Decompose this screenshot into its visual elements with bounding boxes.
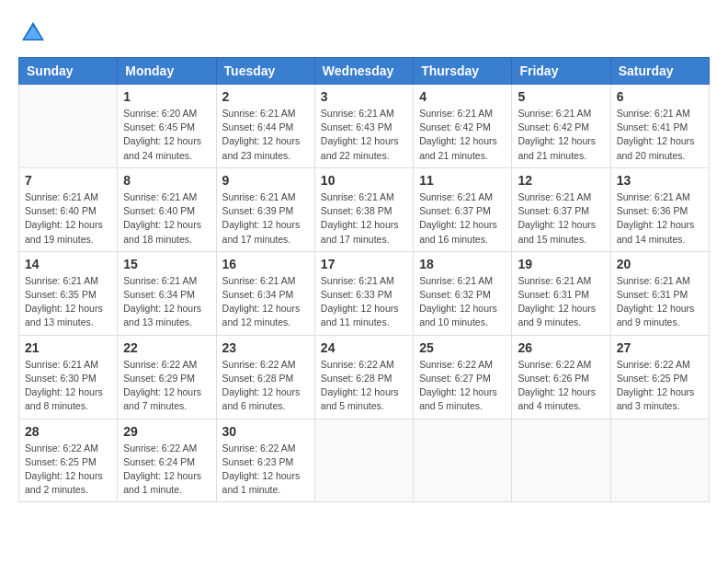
calendar-day-cell: 27Sunrise: 6:22 AM Sunset: 6:25 PM Dayli… [610, 335, 709, 419]
day-info: Sunrise: 6:21 AM Sunset: 6:37 PM Dayligh… [419, 190, 506, 247]
page-header [18, 18, 710, 48]
logo-icon [18, 18, 48, 48]
calendar-day-cell: 6Sunrise: 6:21 AM Sunset: 6:41 PM Daylig… [610, 85, 709, 168]
calendar-table: SundayMondayTuesdayWednesdayThursdayFrid… [18, 57, 710, 502]
day-number: 18 [419, 257, 506, 271]
day-info: Sunrise: 6:21 AM Sunset: 6:36 PM Dayligh… [617, 190, 703, 247]
calendar-col-header: Monday [118, 58, 216, 85]
day-number: 17 [321, 257, 407, 271]
day-info: Sunrise: 6:21 AM Sunset: 6:43 PM Dayligh… [321, 107, 407, 163]
day-info: Sunrise: 6:21 AM Sunset: 6:44 PM Dayligh… [222, 107, 309, 163]
day-number: 6 [617, 89, 703, 104]
day-number: 26 [518, 340, 604, 355]
day-info: Sunrise: 6:21 AM Sunset: 6:30 PM Dayligh… [25, 358, 111, 414]
calendar-week-row: 1Sunrise: 6:20 AM Sunset: 6:45 PM Daylig… [19, 85, 710, 168]
day-info: Sunrise: 6:22 AM Sunset: 6:25 PM Dayligh… [617, 358, 703, 414]
day-info: Sunrise: 6:21 AM Sunset: 6:42 PM Dayligh… [518, 107, 604, 163]
calendar-week-row: 21Sunrise: 6:21 AM Sunset: 6:30 PM Dayli… [19, 335, 710, 419]
day-number: 4 [419, 89, 506, 104]
day-number: 21 [25, 340, 111, 355]
calendar-day-cell [414, 419, 512, 502]
day-number: 9 [222, 173, 309, 188]
day-number: 1 [123, 89, 210, 104]
calendar-day-cell [314, 419, 413, 502]
day-info: Sunrise: 6:21 AM Sunset: 6:31 PM Dayligh… [518, 274, 604, 330]
day-number: 25 [419, 340, 506, 355]
day-info: Sunrise: 6:21 AM Sunset: 6:40 PM Dayligh… [25, 190, 111, 247]
calendar-col-header: Tuesday [216, 58, 314, 85]
day-number: 27 [617, 340, 703, 355]
day-number: 3 [321, 89, 407, 104]
calendar-day-cell: 17Sunrise: 6:21 AM Sunset: 6:33 PM Dayli… [314, 251, 413, 335]
day-number: 24 [321, 340, 407, 355]
calendar-day-cell: 15Sunrise: 6:21 AM Sunset: 6:34 PM Dayli… [118, 251, 216, 335]
day-info: Sunrise: 6:21 AM Sunset: 6:35 PM Dayligh… [25, 274, 111, 330]
calendar-day-cell: 8Sunrise: 6:21 AM Sunset: 6:40 PM Daylig… [118, 167, 216, 251]
calendar-day-cell: 5Sunrise: 6:21 AM Sunset: 6:42 PM Daylig… [512, 85, 610, 168]
calendar-day-cell: 1Sunrise: 6:20 AM Sunset: 6:45 PM Daylig… [118, 85, 216, 168]
day-info: Sunrise: 6:21 AM Sunset: 6:32 PM Dayligh… [419, 274, 506, 330]
day-info: Sunrise: 6:21 AM Sunset: 6:42 PM Dayligh… [419, 107, 506, 163]
day-info: Sunrise: 6:21 AM Sunset: 6:39 PM Dayligh… [222, 190, 309, 247]
calendar-day-cell: 10Sunrise: 6:21 AM Sunset: 6:38 PM Dayli… [314, 167, 413, 251]
calendar-week-row: 14Sunrise: 6:21 AM Sunset: 6:35 PM Dayli… [19, 251, 710, 335]
day-info: Sunrise: 6:21 AM Sunset: 6:34 PM Dayligh… [123, 274, 210, 330]
calendar-day-cell: 12Sunrise: 6:21 AM Sunset: 6:37 PM Dayli… [512, 167, 610, 251]
calendar-day-cell [19, 85, 118, 168]
day-number: 19 [518, 257, 604, 271]
day-info: Sunrise: 6:20 AM Sunset: 6:45 PM Dayligh… [123, 107, 210, 163]
calendar-day-cell: 24Sunrise: 6:22 AM Sunset: 6:28 PM Dayli… [314, 335, 413, 419]
calendar-day-cell: 16Sunrise: 6:21 AM Sunset: 6:34 PM Dayli… [216, 251, 314, 335]
day-number: 28 [25, 424, 111, 439]
day-number: 16 [222, 257, 309, 271]
day-info: Sunrise: 6:22 AM Sunset: 6:24 PM Dayligh… [123, 442, 210, 498]
calendar-col-header: Wednesday [314, 58, 413, 85]
calendar-day-cell: 20Sunrise: 6:21 AM Sunset: 6:31 PM Dayli… [610, 251, 709, 335]
calendar-day-cell: 30Sunrise: 6:22 AM Sunset: 6:23 PM Dayli… [216, 419, 314, 502]
day-number: 11 [419, 173, 506, 188]
day-info: Sunrise: 6:22 AM Sunset: 6:27 PM Dayligh… [419, 358, 506, 414]
day-info: Sunrise: 6:22 AM Sunset: 6:29 PM Dayligh… [123, 358, 210, 414]
calendar-day-cell: 11Sunrise: 6:21 AM Sunset: 6:37 PM Dayli… [414, 167, 512, 251]
calendar-week-row: 28Sunrise: 6:22 AM Sunset: 6:25 PM Dayli… [19, 419, 710, 502]
day-number: 15 [123, 257, 210, 271]
calendar-col-header: Friday [512, 58, 610, 85]
calendar-col-header: Sunday [19, 58, 118, 85]
calendar-day-cell [610, 419, 709, 502]
day-info: Sunrise: 6:21 AM Sunset: 6:31 PM Dayligh… [617, 274, 703, 330]
calendar-col-header: Saturday [610, 58, 709, 85]
day-info: Sunrise: 6:22 AM Sunset: 6:28 PM Dayligh… [321, 358, 407, 414]
day-info: Sunrise: 6:21 AM Sunset: 6:40 PM Dayligh… [123, 190, 210, 247]
calendar-day-cell: 22Sunrise: 6:22 AM Sunset: 6:29 PM Dayli… [118, 335, 216, 419]
calendar-header-row: SundayMondayTuesdayWednesdayThursdayFrid… [19, 58, 710, 85]
calendar-day-cell: 4Sunrise: 6:21 AM Sunset: 6:42 PM Daylig… [414, 85, 512, 168]
day-number: 30 [222, 424, 309, 439]
calendar-day-cell: 25Sunrise: 6:22 AM Sunset: 6:27 PM Dayli… [414, 335, 512, 419]
day-number: 7 [25, 173, 111, 188]
calendar-day-cell [512, 419, 610, 502]
logo [18, 18, 51, 48]
day-info: Sunrise: 6:21 AM Sunset: 6:33 PM Dayligh… [321, 274, 407, 330]
day-number: 22 [123, 340, 210, 355]
day-info: Sunrise: 6:21 AM Sunset: 6:41 PM Dayligh… [617, 107, 703, 163]
calendar-day-cell: 19Sunrise: 6:21 AM Sunset: 6:31 PM Dayli… [512, 251, 610, 335]
day-number: 2 [222, 89, 309, 104]
calendar-day-cell: 18Sunrise: 6:21 AM Sunset: 6:32 PM Dayli… [414, 251, 512, 335]
calendar-col-header: Thursday [414, 58, 512, 85]
day-number: 10 [321, 173, 407, 188]
day-info: Sunrise: 6:22 AM Sunset: 6:28 PM Dayligh… [222, 358, 309, 414]
calendar-day-cell: 14Sunrise: 6:21 AM Sunset: 6:35 PM Dayli… [19, 251, 118, 335]
day-number: 8 [123, 173, 210, 188]
calendar-day-cell: 3Sunrise: 6:21 AM Sunset: 6:43 PM Daylig… [314, 85, 413, 168]
day-info: Sunrise: 6:21 AM Sunset: 6:38 PM Dayligh… [321, 190, 407, 247]
day-number: 29 [123, 424, 210, 439]
calendar-day-cell: 9Sunrise: 6:21 AM Sunset: 6:39 PM Daylig… [216, 167, 314, 251]
calendar-day-cell: 7Sunrise: 6:21 AM Sunset: 6:40 PM Daylig… [19, 167, 118, 251]
calendar-week-row: 7Sunrise: 6:21 AM Sunset: 6:40 PM Daylig… [19, 167, 710, 251]
calendar-day-cell: 13Sunrise: 6:21 AM Sunset: 6:36 PM Dayli… [610, 167, 709, 251]
day-number: 14 [25, 257, 111, 271]
calendar-day-cell: 23Sunrise: 6:22 AM Sunset: 6:28 PM Dayli… [216, 335, 314, 419]
day-info: Sunrise: 6:22 AM Sunset: 6:25 PM Dayligh… [25, 442, 111, 498]
day-number: 20 [617, 257, 703, 271]
day-number: 23 [222, 340, 309, 355]
